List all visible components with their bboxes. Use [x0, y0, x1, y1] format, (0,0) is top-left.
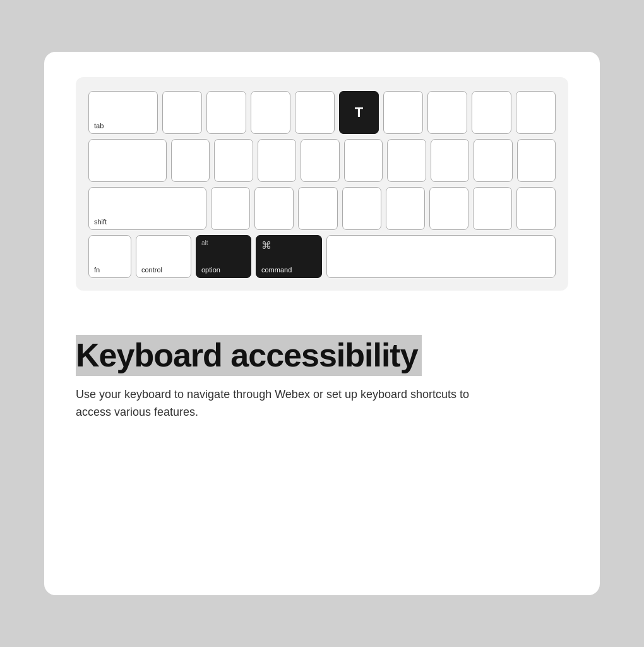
- key-space[interactable]: [326, 235, 556, 278]
- key-command[interactable]: ⌘ command: [256, 235, 322, 278]
- key-w[interactable]: [206, 91, 246, 134]
- key-comma[interactable]: [516, 187, 556, 230]
- key-a[interactable]: [171, 139, 210, 182]
- key-n[interactable]: [429, 187, 468, 230]
- text-section: Keyboard accessibility Use your keyboard…: [76, 329, 568, 421]
- key-control[interactable]: control: [136, 235, 191, 278]
- key-k[interactable]: [474, 139, 512, 182]
- keyboard-row-1: tab T: [88, 91, 556, 134]
- keyboard-row-3: shift: [88, 187, 556, 230]
- key-i[interactable]: [472, 91, 511, 134]
- key-option[interactable]: alt option: [196, 235, 251, 278]
- key-z[interactable]: [211, 187, 250, 230]
- key-t[interactable]: T: [339, 91, 379, 134]
- key-o[interactable]: [516, 91, 556, 134]
- key-shift[interactable]: shift: [88, 187, 206, 230]
- key-l[interactable]: [517, 139, 556, 182]
- key-d[interactable]: [258, 139, 296, 182]
- key-h[interactable]: [387, 139, 426, 182]
- key-tab[interactable]: tab: [88, 91, 158, 134]
- description: Use your keyboard to navigate through We…: [76, 386, 505, 421]
- key-s[interactable]: [214, 139, 253, 182]
- key-f[interactable]: [301, 139, 339, 182]
- heading-highlight: Keyboard accessibility: [76, 335, 422, 376]
- keyboard-illustration: tab T: [76, 77, 568, 291]
- main-card: tab T: [44, 52, 600, 595]
- keyboard-row-2: [88, 139, 556, 182]
- key-m[interactable]: [473, 187, 512, 230]
- key-j[interactable]: [431, 139, 469, 182]
- key-g[interactable]: [344, 139, 383, 182]
- key-v[interactable]: [342, 187, 381, 230]
- key-fn[interactable]: fn: [88, 235, 131, 278]
- key-e[interactable]: [251, 91, 290, 134]
- key-c[interactable]: [298, 187, 337, 230]
- key-y[interactable]: [383, 91, 423, 134]
- key-caps[interactable]: [88, 139, 167, 182]
- page-title: Keyboard accessibility: [76, 337, 418, 373]
- key-b[interactable]: [386, 187, 425, 230]
- key-r[interactable]: [295, 91, 335, 134]
- keyboard-row-4: fn control alt option ⌘ command: [88, 235, 556, 278]
- key-u[interactable]: [427, 91, 467, 134]
- key-x[interactable]: [254, 187, 294, 230]
- key-q[interactable]: [162, 91, 202, 134]
